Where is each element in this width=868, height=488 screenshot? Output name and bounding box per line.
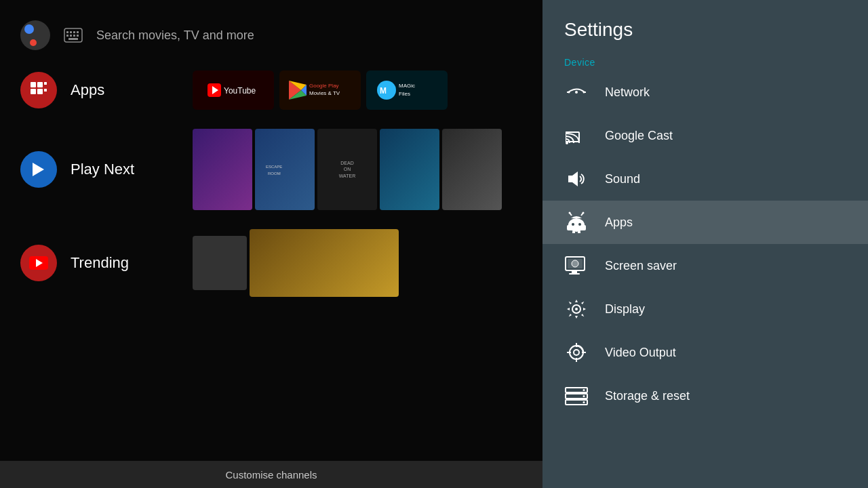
storage-icon xyxy=(564,384,589,408)
play-next-section-icon[interactable] xyxy=(20,151,57,188)
svg-rect-50 xyxy=(572,230,575,233)
svg-text:ROOM: ROOM xyxy=(268,171,281,176)
trending-section-label: Trending xyxy=(71,254,179,272)
settings-item-google-cast[interactable]: Google Cast xyxy=(542,114,868,157)
settings-item-storage-reset[interactable]: Storage & reset xyxy=(542,374,868,418)
settings-item-video-output[interactable]: Video Output xyxy=(542,331,868,374)
settings-list: Network Google Cast xyxy=(542,70,868,488)
movie-thumb-5[interactable] xyxy=(442,129,502,210)
svg-point-35 xyxy=(568,92,570,94)
svg-point-69 xyxy=(583,395,585,397)
settings-panel: Settings Device Network xyxy=(542,0,868,488)
svg-rect-8 xyxy=(77,35,79,37)
svg-rect-10 xyxy=(31,82,36,87)
apps-section-label: Apps xyxy=(71,81,179,99)
display-label: Display xyxy=(605,302,645,317)
svg-point-47 xyxy=(583,212,585,214)
svg-rect-2 xyxy=(70,31,72,33)
google-cast-label: Google Cast xyxy=(605,129,673,143)
storage-reset-label: Storage & reset xyxy=(605,389,690,403)
sound-label: Sound xyxy=(605,172,640,186)
video-output-label: Video Output xyxy=(605,346,676,360)
svg-rect-51 xyxy=(578,230,580,233)
settings-item-sound[interactable]: Sound xyxy=(542,157,868,201)
svg-rect-41 xyxy=(568,224,585,230)
svg-rect-15 xyxy=(44,89,47,92)
search-row: Search movies, TV and more xyxy=(0,0,542,64)
trending-thumb-1[interactable] xyxy=(193,236,247,290)
play-next-section-row: Play Next ESCAPE ROOM DEADONWATER xyxy=(0,122,542,217)
video-output-icon xyxy=(564,340,589,365)
movie-thumb-1[interactable] xyxy=(193,129,252,210)
svg-text:ESCAPE: ESCAPE xyxy=(266,165,282,169)
svg-rect-4 xyxy=(77,31,79,33)
svg-text:Google Play: Google Play xyxy=(309,83,339,89)
svg-point-70 xyxy=(583,401,585,403)
settings-header: Settings xyxy=(542,0,868,52)
svg-marker-29 xyxy=(33,163,44,176)
svg-rect-12 xyxy=(31,89,36,94)
display-icon xyxy=(564,297,589,321)
svg-rect-54 xyxy=(569,273,580,274)
svg-point-36 xyxy=(583,92,585,94)
settings-item-display[interactable]: Display xyxy=(542,287,868,331)
keyboard-icon[interactable] xyxy=(61,23,85,47)
svg-point-46 xyxy=(569,212,571,214)
google-dots-icon xyxy=(24,24,46,46)
play-next-section-label: Play Next xyxy=(71,161,179,178)
youtube-app-thumb[interactable]: YouTube xyxy=(193,70,274,110)
svg-rect-11 xyxy=(37,82,43,87)
customise-channels-label: Customise channels xyxy=(225,469,317,481)
apps-label: Apps xyxy=(605,216,633,230)
google-assistant-button[interactable] xyxy=(20,20,50,50)
trending-section-icon[interactable] xyxy=(20,245,57,281)
svg-rect-13 xyxy=(37,89,43,94)
trending-thumb-2[interactable] xyxy=(250,229,399,297)
movie-thumb-2[interactable]: ESCAPE ROOM xyxy=(255,129,315,210)
search-input[interactable]: Search movies, TV and more xyxy=(96,28,254,43)
trending-thumbnails xyxy=(193,229,522,297)
svg-text:MAGic: MAGic xyxy=(399,83,415,89)
svg-point-68 xyxy=(583,389,585,391)
movie-thumb-4[interactable] xyxy=(380,129,439,210)
screen-saver-label: Screen saver xyxy=(605,259,677,273)
magic-files-app-thumb[interactable]: M MAGic Files xyxy=(366,70,448,110)
svg-point-56 xyxy=(572,260,578,267)
svg-text:Files: Files xyxy=(399,91,410,97)
svg-rect-1 xyxy=(66,31,68,33)
movie-thumb-3[interactable]: DEADONWATER xyxy=(317,129,377,210)
svg-text:M: M xyxy=(380,86,387,96)
network-icon xyxy=(564,80,589,104)
svg-rect-6 xyxy=(70,35,72,37)
svg-rect-5 xyxy=(66,35,68,37)
apps-section-icon[interactable] xyxy=(20,72,57,108)
network-label: Network xyxy=(605,85,650,100)
settings-title: Settings xyxy=(564,19,846,41)
svg-point-42 xyxy=(572,223,574,226)
sound-icon xyxy=(564,167,589,191)
svg-rect-14 xyxy=(44,82,47,85)
settings-device-section: Device xyxy=(542,52,868,70)
svg-point-60 xyxy=(574,350,579,355)
settings-item-network[interactable]: Network xyxy=(542,70,868,114)
play-next-thumbnails: ESCAPE ROOM DEADONWATER xyxy=(193,129,522,210)
apps-section-row: Apps YouTube Google Play xyxy=(0,64,542,117)
google-play-app-thumb[interactable]: Google Play Movies & TV xyxy=(279,70,361,110)
svg-text:YouTube: YouTube xyxy=(224,86,256,96)
svg-rect-3 xyxy=(73,31,75,33)
svg-rect-49 xyxy=(583,225,586,230)
android-icon xyxy=(564,210,589,235)
svg-rect-53 xyxy=(572,270,577,273)
svg-rect-7 xyxy=(73,35,75,37)
apps-thumbnails: YouTube Google Play Movies & TV xyxy=(193,70,522,110)
svg-rect-9 xyxy=(68,38,78,40)
cast-icon xyxy=(564,123,589,148)
svg-text:Movies & TV: Movies & TV xyxy=(309,90,340,96)
settings-item-apps[interactable]: Apps xyxy=(542,201,868,244)
svg-rect-48 xyxy=(567,225,570,230)
settings-item-screen-saver[interactable]: Screen saver xyxy=(542,244,868,287)
screen-saver-icon xyxy=(564,253,589,278)
svg-marker-39 xyxy=(568,171,578,186)
customise-channels-bar[interactable]: Customise channels xyxy=(0,461,542,488)
trending-section-row: Trending xyxy=(0,222,542,304)
